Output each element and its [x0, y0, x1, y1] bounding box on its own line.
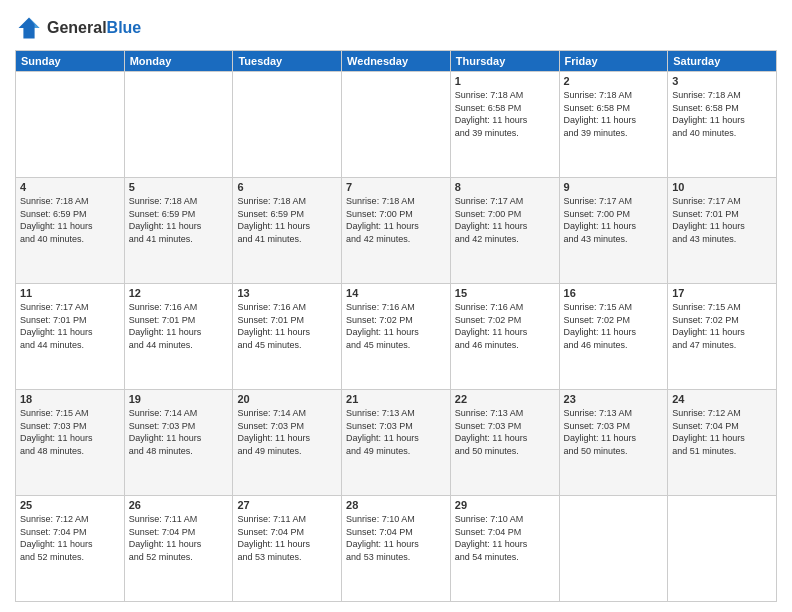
- calendar-cell: [559, 496, 668, 602]
- day-info: Sunrise: 7:15 AMSunset: 7:03 PMDaylight:…: [20, 407, 120, 457]
- day-number: 20: [237, 393, 337, 405]
- day-number: 6: [237, 181, 337, 193]
- day-info: Sunrise: 7:11 AMSunset: 7:04 PMDaylight:…: [129, 513, 229, 563]
- day-number: 15: [455, 287, 555, 299]
- calendar-cell: [124, 72, 233, 178]
- calendar-cell: 27Sunrise: 7:11 AMSunset: 7:04 PMDayligh…: [233, 496, 342, 602]
- day-number: 5: [129, 181, 229, 193]
- calendar-cell: 11Sunrise: 7:17 AMSunset: 7:01 PMDayligh…: [16, 284, 125, 390]
- calendar-cell: [16, 72, 125, 178]
- day-info: Sunrise: 7:18 AMSunset: 6:59 PMDaylight:…: [237, 195, 337, 245]
- calendar-cell: 13Sunrise: 7:16 AMSunset: 7:01 PMDayligh…: [233, 284, 342, 390]
- day-info: Sunrise: 7:16 AMSunset: 7:02 PMDaylight:…: [346, 301, 446, 351]
- day-info: Sunrise: 7:18 AMSunset: 6:59 PMDaylight:…: [129, 195, 229, 245]
- calendar-cell: 14Sunrise: 7:16 AMSunset: 7:02 PMDayligh…: [342, 284, 451, 390]
- day-info: Sunrise: 7:14 AMSunset: 7:03 PMDaylight:…: [237, 407, 337, 457]
- day-number: 4: [20, 181, 120, 193]
- calendar-page: GeneralBlue Sunday Monday Tuesday Wednes…: [0, 0, 792, 612]
- calendar-cell: 4Sunrise: 7:18 AMSunset: 6:59 PMDaylight…: [16, 178, 125, 284]
- day-info: Sunrise: 7:10 AMSunset: 7:04 PMDaylight:…: [346, 513, 446, 563]
- day-number: 10: [672, 181, 772, 193]
- calendar-cell: 19Sunrise: 7:14 AMSunset: 7:03 PMDayligh…: [124, 390, 233, 496]
- day-number: 13: [237, 287, 337, 299]
- day-number: 22: [455, 393, 555, 405]
- day-info: Sunrise: 7:11 AMSunset: 7:04 PMDaylight:…: [237, 513, 337, 563]
- day-info: Sunrise: 7:15 AMSunset: 7:02 PMDaylight:…: [672, 301, 772, 351]
- calendar-cell: 9Sunrise: 7:17 AMSunset: 7:00 PMDaylight…: [559, 178, 668, 284]
- calendar-cell: 24Sunrise: 7:12 AMSunset: 7:04 PMDayligh…: [668, 390, 777, 496]
- calendar-cell: 16Sunrise: 7:15 AMSunset: 7:02 PMDayligh…: [559, 284, 668, 390]
- calendar-week-row: 1Sunrise: 7:18 AMSunset: 6:58 PMDaylight…: [16, 72, 777, 178]
- calendar-cell: 25Sunrise: 7:12 AMSunset: 7:04 PMDayligh…: [16, 496, 125, 602]
- calendar-week-row: 4Sunrise: 7:18 AMSunset: 6:59 PMDaylight…: [16, 178, 777, 284]
- day-number: 9: [564, 181, 664, 193]
- day-number: 29: [455, 499, 555, 511]
- day-info: Sunrise: 7:13 AMSunset: 7:03 PMDaylight:…: [564, 407, 664, 457]
- calendar-cell: 28Sunrise: 7:10 AMSunset: 7:04 PMDayligh…: [342, 496, 451, 602]
- calendar-cell: 26Sunrise: 7:11 AMSunset: 7:04 PMDayligh…: [124, 496, 233, 602]
- day-number: 8: [455, 181, 555, 193]
- day-info: Sunrise: 7:15 AMSunset: 7:02 PMDaylight:…: [564, 301, 664, 351]
- calendar-cell: 20Sunrise: 7:14 AMSunset: 7:03 PMDayligh…: [233, 390, 342, 496]
- day-number: 27: [237, 499, 337, 511]
- day-info: Sunrise: 7:17 AMSunset: 7:00 PMDaylight:…: [455, 195, 555, 245]
- day-number: 21: [346, 393, 446, 405]
- calendar-cell: 17Sunrise: 7:15 AMSunset: 7:02 PMDayligh…: [668, 284, 777, 390]
- header-monday: Monday: [124, 51, 233, 72]
- day-info: Sunrise: 7:13 AMSunset: 7:03 PMDaylight:…: [455, 407, 555, 457]
- day-info: Sunrise: 7:12 AMSunset: 7:04 PMDaylight:…: [672, 407, 772, 457]
- day-number: 11: [20, 287, 120, 299]
- day-number: 25: [20, 499, 120, 511]
- calendar-cell: 18Sunrise: 7:15 AMSunset: 7:03 PMDayligh…: [16, 390, 125, 496]
- day-number: 12: [129, 287, 229, 299]
- day-info: Sunrise: 7:17 AMSunset: 7:01 PMDaylight:…: [672, 195, 772, 245]
- calendar-table: Sunday Monday Tuesday Wednesday Thursday…: [15, 50, 777, 602]
- header: GeneralBlue: [15, 10, 777, 42]
- day-number: 18: [20, 393, 120, 405]
- day-number: 24: [672, 393, 772, 405]
- day-number: 26: [129, 499, 229, 511]
- day-number: 28: [346, 499, 446, 511]
- day-number: 1: [455, 75, 555, 87]
- day-number: 16: [564, 287, 664, 299]
- header-friday: Friday: [559, 51, 668, 72]
- calendar-cell: 23Sunrise: 7:13 AMSunset: 7:03 PMDayligh…: [559, 390, 668, 496]
- day-number: 3: [672, 75, 772, 87]
- day-info: Sunrise: 7:16 AMSunset: 7:02 PMDaylight:…: [455, 301, 555, 351]
- day-info: Sunrise: 7:18 AMSunset: 6:59 PMDaylight:…: [20, 195, 120, 245]
- day-info: Sunrise: 7:14 AMSunset: 7:03 PMDaylight:…: [129, 407, 229, 457]
- day-number: 17: [672, 287, 772, 299]
- header-tuesday: Tuesday: [233, 51, 342, 72]
- day-info: Sunrise: 7:18 AMSunset: 6:58 PMDaylight:…: [672, 89, 772, 139]
- calendar-cell: [342, 72, 451, 178]
- logo: GeneralBlue: [15, 14, 141, 42]
- calendar-cell: 1Sunrise: 7:18 AMSunset: 6:58 PMDaylight…: [450, 72, 559, 178]
- calendar-cell: 12Sunrise: 7:16 AMSunset: 7:01 PMDayligh…: [124, 284, 233, 390]
- calendar-cell: 21Sunrise: 7:13 AMSunset: 7:03 PMDayligh…: [342, 390, 451, 496]
- day-number: 19: [129, 393, 229, 405]
- day-info: Sunrise: 7:16 AMSunset: 7:01 PMDaylight:…: [129, 301, 229, 351]
- calendar-week-row: 18Sunrise: 7:15 AMSunset: 7:03 PMDayligh…: [16, 390, 777, 496]
- day-info: Sunrise: 7:17 AMSunset: 7:01 PMDaylight:…: [20, 301, 120, 351]
- day-number: 7: [346, 181, 446, 193]
- header-thursday: Thursday: [450, 51, 559, 72]
- calendar-cell: 22Sunrise: 7:13 AMSunset: 7:03 PMDayligh…: [450, 390, 559, 496]
- calendar-cell: 15Sunrise: 7:16 AMSunset: 7:02 PMDayligh…: [450, 284, 559, 390]
- day-info: Sunrise: 7:18 AMSunset: 6:58 PMDaylight:…: [455, 89, 555, 139]
- calendar-cell: 10Sunrise: 7:17 AMSunset: 7:01 PMDayligh…: [668, 178, 777, 284]
- calendar-cell: 7Sunrise: 7:18 AMSunset: 7:00 PMDaylight…: [342, 178, 451, 284]
- day-info: Sunrise: 7:12 AMSunset: 7:04 PMDaylight:…: [20, 513, 120, 563]
- calendar-cell: 2Sunrise: 7:18 AMSunset: 6:58 PMDaylight…: [559, 72, 668, 178]
- day-number: 2: [564, 75, 664, 87]
- days-header-row: Sunday Monday Tuesday Wednesday Thursday…: [16, 51, 777, 72]
- header-wednesday: Wednesday: [342, 51, 451, 72]
- header-sunday: Sunday: [16, 51, 125, 72]
- calendar-cell: 5Sunrise: 7:18 AMSunset: 6:59 PMDaylight…: [124, 178, 233, 284]
- calendar-cell: [668, 496, 777, 602]
- calendar-week-row: 11Sunrise: 7:17 AMSunset: 7:01 PMDayligh…: [16, 284, 777, 390]
- day-info: Sunrise: 7:18 AMSunset: 7:00 PMDaylight:…: [346, 195, 446, 245]
- logo-icon: [15, 14, 43, 42]
- calendar-week-row: 25Sunrise: 7:12 AMSunset: 7:04 PMDayligh…: [16, 496, 777, 602]
- calendar-cell: [233, 72, 342, 178]
- calendar-cell: 3Sunrise: 7:18 AMSunset: 6:58 PMDaylight…: [668, 72, 777, 178]
